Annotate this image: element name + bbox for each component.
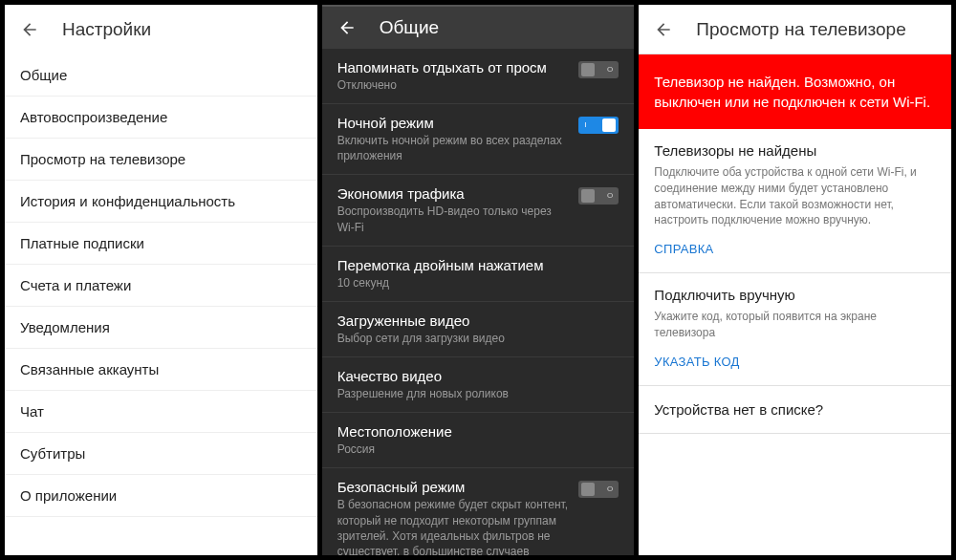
general-item-subtitle: Выбор сети для загрузки видео [337,331,619,346]
general-list: Напоминать отдыхать от просмОтключеноOНо… [322,49,635,555]
general-header: Общие [322,5,635,49]
back-button[interactable] [654,20,673,39]
general-item-text: Напоминать отдыхать от просмОтключено [337,59,572,93]
tv-not-listed[interactable]: Устройства нет в списке? [639,386,951,434]
settings-item-paid[interactable]: Платные подписки [5,223,317,265]
tv-manual-section: Подключить вручную Укажите код, который … [639,273,951,386]
general-item-6[interactable]: МестоположениеРоссия [322,413,635,468]
general-item-7[interactable]: Безопасный режимВ безопасном режиме буде… [322,468,635,555]
settings-item-autoplay[interactable]: Автовоспроизведение [5,97,317,139]
back-button[interactable] [337,18,357,37]
general-item-2[interactable]: Экономия трафикаВоспроизводить HD-видео … [322,175,635,246]
general-item-text: Ночной режимВключить ночной режим во все… [337,115,572,163]
tv-manual-sub: Укажите код, который появится на экране … [654,309,936,341]
tv-header: Просмотр на телевизоре [639,5,951,54]
toggle-switch[interactable]: O [578,481,619,498]
general-item-subtitle: Отключено [337,77,572,93]
settings-pane: Настройки Общие Автовоспроизведение Прос… [5,5,317,555]
general-item-subtitle: Воспроизводить HD-видео только через Wi-… [337,204,572,234]
general-item-title: Перемотка двойным нажатием [337,257,619,273]
toggle-switch[interactable]: O [578,61,619,78]
tv-title: Просмотр на телевизоре [696,19,905,40]
tv-not-found-title: Телевизоры не найдены [654,142,936,159]
general-item-4[interactable]: Загруженные видеоВыбор сети для загрузки… [322,302,635,357]
general-item-title: Напоминать отдыхать от просм [337,59,572,75]
general-item-subtitle: 10 секунд [337,275,619,291]
general-item-text: Безопасный режимВ безопасном режиме буде… [337,479,572,555]
settings-item-captions[interactable]: Субтитры [5,433,317,475]
general-item-text: Загруженные видеоВыбор сети для загрузки… [337,312,619,346]
general-item-text: Экономия трафикаВоспроизводить HD-видео … [337,185,572,234]
help-link[interactable]: СПРАВКА [654,242,713,256]
settings-item-notifications[interactable]: Уведомления [5,307,317,349]
tv-not-found-sub: Подключите оба устройства к одной сети W… [654,164,936,228]
settings-item-about[interactable]: О приложении [5,475,317,517]
general-item-5[interactable]: Качество видеоРазрешение для новых ролик… [322,357,635,413]
toggle-knob [581,63,595,76]
general-item-text: Качество видеоРазрешение для новых ролик… [337,368,619,401]
settings-item-billing[interactable]: Счета и платежи [5,265,317,307]
back-button[interactable] [20,20,39,39]
general-item-title: Качество видео [337,368,619,384]
arrow-back-icon [337,18,357,37]
general-item-1[interactable]: Ночной режимВключить ночной режим во все… [322,104,635,175]
tv-pane: Просмотр на телевизоре Телевизор не найд… [639,5,951,555]
settings-item-accounts[interactable]: Связанные аккаунты [5,349,317,391]
tv-error-banner: Телевизор не найден. Возможно, он выключ… [639,54,951,129]
general-item-text: МестоположениеРоссия [337,423,619,457]
general-item-text: Перемотка двойным нажатием10 секунд [337,257,619,291]
toggle-switch[interactable]: O [578,187,619,205]
general-item-subtitle: Включить ночной режим во всех разделах п… [337,133,572,163]
arrow-back-icon [654,20,673,39]
settings-header: Настройки [5,5,317,54]
arrow-back-icon [20,20,39,39]
general-item-title: Экономия трафика [337,185,572,202]
settings-item-privacy[interactable]: История и конфиденциальность [5,181,317,223]
general-item-title: Местоположение [337,423,619,440]
general-item-title: Безопасный режим [337,479,572,495]
toggle-switch[interactable]: I [578,117,619,134]
toggle-knob [602,118,616,132]
settings-title: Настройки [62,19,151,40]
toggle-knob [581,189,595,203]
general-item-subtitle: Разрешение для новых роликов [337,386,619,401]
general-item-subtitle: В безопасном режиме будет скрыт контент,… [337,497,572,555]
enter-code-link[interactable]: УКАЗАТЬ КОД [654,355,739,369]
tv-not-found-section: Телевизоры не найдены Подключите оба уст… [639,129,951,273]
settings-item-tv[interactable]: Просмотр на телевизоре [5,139,317,181]
settings-item-chat[interactable]: Чат [5,391,317,433]
general-title: Общие [380,17,439,38]
general-item-title: Ночной режим [337,115,572,131]
general-pane: Общие Напоминать отдыхать от просмОтключ… [322,5,635,555]
tv-manual-title: Подключить вручную [654,287,936,303]
general-item-3[interactable]: Перемотка двойным нажатием10 секунд [322,247,635,302]
settings-item-general[interactable]: Общие [5,54,317,97]
general-item-0[interactable]: Напоминать отдыхать от просмОтключеноO [322,49,635,104]
general-item-subtitle: Россия [337,442,619,457]
toggle-knob [581,483,595,496]
settings-list: Общие Автовоспроизведение Просмотр на те… [5,54,317,517]
general-item-title: Загруженные видео [337,312,619,329]
